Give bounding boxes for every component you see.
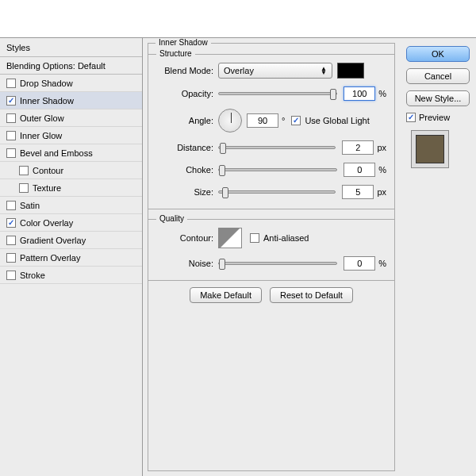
distance-field[interactable] <box>342 140 374 155</box>
style-label: Gradient Overlay <box>20 236 86 245</box>
style-label: Contour <box>33 166 63 175</box>
cancel-button[interactable]: Cancel <box>406 68 470 84</box>
preview-label: Preview <box>419 113 450 122</box>
style-item-contour[interactable]: Contour <box>0 162 142 179</box>
style-checkbox[interactable] <box>6 113 16 123</box>
style-item-inner-shadow[interactable]: Inner Shadow <box>0 92 142 109</box>
choke-slider[interactable] <box>218 168 337 171</box>
style-label: Pattern Overlay <box>20 253 80 263</box>
angle-dial[interactable] <box>218 109 242 132</box>
opacity-slider[interactable] <box>218 92 337 95</box>
distance-unit: px <box>377 143 386 152</box>
make-default-button[interactable]: Make Default <box>190 287 262 303</box>
settings-panel: Inner Shadow Structure Blend Mode: Overl… <box>143 38 400 476</box>
quality-fieldset: Quality Contour: Anti-aliased Noise: % <box>148 219 395 281</box>
style-checkbox[interactable] <box>6 148 16 158</box>
preview-checkbox[interactable] <box>406 113 416 122</box>
styles-sidebar: Styles Blending Options: Default Drop Sh… <box>0 38 143 476</box>
style-checkbox[interactable] <box>6 131 16 140</box>
style-item-outer-glow[interactable]: Outer Glow <box>0 109 142 127</box>
style-checkbox[interactable] <box>19 166 29 175</box>
noise-unit: % <box>378 259 386 268</box>
style-item-satin[interactable]: Satin <box>0 197 142 214</box>
style-label: Texture <box>33 183 61 193</box>
global-light-label: Use Global Light <box>305 116 369 125</box>
style-checkbox[interactable] <box>6 201 16 210</box>
style-checkbox[interactable] <box>6 96 16 106</box>
style-checkbox[interactable] <box>6 218 16 228</box>
antialiased-label: Anti-aliased <box>263 233 309 243</box>
dialog-buttons: OK Cancel New Style... Preview <box>400 38 476 476</box>
reset-default-button[interactable]: Reset to Default <box>270 287 353 303</box>
style-item-color-overlay[interactable]: Color Overlay <box>0 214 142 232</box>
style-label: Inner Glow <box>20 131 62 140</box>
opacity-unit: % <box>378 89 386 98</box>
new-style-button[interactable]: New Style... <box>406 90 470 106</box>
contour-picker[interactable] <box>218 228 242 248</box>
style-label: Color Overlay <box>20 218 73 228</box>
style-item-bevel-and-emboss[interactable]: Bevel and Emboss <box>0 144 142 162</box>
style-label: Stroke <box>20 271 45 280</box>
style-checkbox[interactable] <box>19 183 29 193</box>
shadow-color-swatch[interactable] <box>337 63 364 79</box>
style-checkbox[interactable] <box>6 271 16 280</box>
antialiased-checkbox[interactable] <box>250 233 259 243</box>
contour-label: Contour: <box>156 233 218 243</box>
style-label: Satin <box>20 201 40 210</box>
noise-field[interactable] <box>344 256 375 271</box>
style-item-texture[interactable]: Texture <box>0 179 142 197</box>
structure-title: Structure <box>156 49 195 58</box>
choke-unit: % <box>378 165 386 175</box>
angle-unit: ° <box>282 116 285 125</box>
global-light-checkbox[interactable] <box>291 116 301 125</box>
angle-label: Angle: <box>156 116 218 125</box>
style-checkbox[interactable] <box>6 236 16 245</box>
size-field[interactable] <box>342 185 374 199</box>
size-label: Size: <box>156 187 218 197</box>
opacity-label: Opacity: <box>156 89 218 98</box>
quality-title: Quality <box>156 214 187 223</box>
size-slider[interactable] <box>218 190 336 194</box>
structure-fieldset: Structure Blend Mode: Overlay ▲▼ Opacity… <box>148 54 395 209</box>
distance-label: Distance: <box>156 143 218 152</box>
blend-mode-dropdown[interactable]: Overlay ▲▼ <box>218 63 332 79</box>
style-item-gradient-overlay[interactable]: Gradient Overlay <box>0 232 142 249</box>
style-item-drop-shadow[interactable]: Drop Shadow <box>0 75 142 92</box>
choke-label: Choke: <box>156 165 218 175</box>
size-unit: px <box>377 187 386 197</box>
style-item-inner-glow[interactable]: Inner Glow <box>0 127 142 144</box>
style-label: Drop Shadow <box>20 79 73 88</box>
style-item-pattern-overlay[interactable]: Pattern Overlay <box>0 249 142 267</box>
noise-slider[interactable] <box>218 262 337 265</box>
choke-field[interactable] <box>344 163 375 177</box>
style-item-stroke[interactable]: Stroke <box>0 267 142 284</box>
styles-header: Styles <box>0 38 142 57</box>
distance-slider[interactable] <box>218 146 336 149</box>
layer-style-dialog: Styles Blending Options: Default Drop Sh… <box>0 37 476 476</box>
style-label: Inner Shadow <box>20 96 74 106</box>
noise-label: Noise: <box>156 259 218 268</box>
style-label: Bevel and Emboss <box>20 148 93 158</box>
ok-button[interactable]: OK <box>406 46 470 62</box>
panel-title: Inner Shadow <box>155 38 211 47</box>
opacity-field[interactable] <box>344 86 375 101</box>
angle-field[interactable] <box>247 113 278 128</box>
style-checkbox[interactable] <box>6 79 16 88</box>
style-checkbox[interactable] <box>6 253 16 263</box>
blending-options-header[interactable]: Blending Options: Default <box>0 57 142 75</box>
preview-swatch <box>411 130 449 168</box>
style-label: Outer Glow <box>20 113 64 123</box>
blend-mode-label: Blend Mode: <box>156 66 218 75</box>
